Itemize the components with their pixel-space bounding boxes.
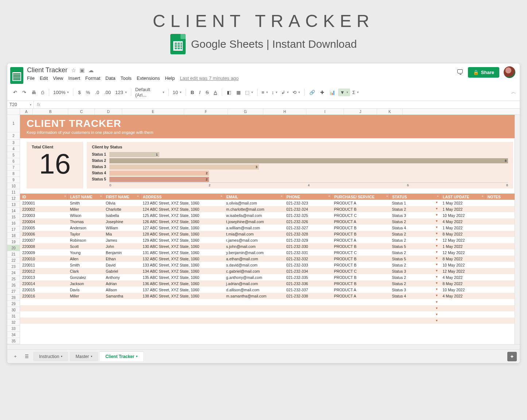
chevron-down-icon[interactable]: ▼ (435, 257, 438, 260)
cell-phone[interactable]: 021-232-338 (284, 293, 332, 299)
cell-status[interactable]: Status 2▼ (390, 206, 441, 212)
add-sheet-button[interactable]: ＋ (10, 351, 20, 362)
cell-first[interactable]: John (104, 243, 140, 249)
cell-last[interactable]: Davis (68, 287, 104, 293)
cell-update[interactable]: 12 May 2022 (441, 237, 485, 243)
bold-icon[interactable]: B (189, 89, 196, 96)
cell-last[interactable]: Wilson (68, 212, 104, 218)
cell-status[interactable]: Status 4▼ (390, 225, 441, 231)
sheet-tab[interactable]: Instruction (33, 352, 68, 361)
cell-addr[interactable]: 131 ABC Street, XYZ State, 1060 (140, 249, 224, 256)
col-header[interactable]: F (184, 109, 228, 114)
cell-first[interactable]: Adrian (104, 280, 140, 287)
share-button[interactable]: 🔒 Share (468, 67, 499, 78)
chevron-down-icon[interactable]: ▼ (435, 226, 438, 229)
row-header[interactable]: 14 (7, 208, 20, 214)
filter-icon[interactable]: ≡ (281, 195, 283, 198)
cell-prod[interactable]: PRODUCT A (332, 218, 390, 225)
cell-id[interactable]: 220009 (20, 249, 68, 256)
cell-prod[interactable]: PRODUCT A (332, 200, 390, 206)
cell-id[interactable]: 220015 (20, 287, 68, 293)
cell-email[interactable]: s.john@mail.com (224, 243, 284, 249)
client-data-table[interactable]: ID≡LAST NAME≡FIRST NAME≡ADDRESS≡EMAIL≡PH… (20, 194, 520, 324)
row-header[interactable]: 4 (7, 146, 20, 152)
cell-id[interactable]: 220007 (20, 237, 68, 243)
col-header[interactable]: J (344, 109, 377, 114)
cell-prod[interactable]: PRODUCT B (332, 256, 390, 262)
cloud-status-icon[interactable]: ☁ (88, 67, 94, 74)
col-header[interactable]: C (68, 109, 95, 114)
cell-id[interactable]: 220012 (20, 268, 68, 274)
menu-edit[interactable]: Edit (40, 75, 48, 81)
row-header[interactable]: 17 (7, 226, 20, 233)
cell-last[interactable]: Anderson (68, 225, 104, 231)
wrap-icon[interactable]: ↲ (280, 89, 290, 96)
row-header[interactable]: 16 (7, 220, 20, 226)
chevron-down-icon[interactable]: ▼ (435, 281, 438, 285)
row-header[interactable]: 2 (7, 132, 20, 140)
chevron-down-icon[interactable]: ▼ (435, 250, 438, 254)
currency-icon[interactable]: $ (76, 89, 83, 96)
table-header[interactable]: LAST UPDATE≡ (441, 194, 485, 200)
col-header[interactable]: E (122, 109, 184, 114)
row-header[interactable]: 30 (7, 307, 20, 313)
table-header[interactable]: ID≡ (20, 194, 68, 200)
table-header[interactable]: STATUS≡ (390, 194, 441, 200)
cell-prod[interactable]: PRODUCT C (332, 268, 390, 274)
table-row-empty[interactable]: ▼ (20, 311, 520, 318)
cell-status[interactable]: Status 2▼ (390, 231, 441, 237)
filter-icon[interactable]: ≡ (137, 195, 139, 198)
table-row-empty[interactable]: ▼ (20, 318, 520, 324)
cell-first[interactable]: Allison (104, 287, 140, 293)
table-header[interactable]: ADDRESS≡ (140, 194, 224, 200)
menu-file[interactable]: File (27, 75, 35, 81)
cell-first[interactable]: Samantha (104, 293, 140, 299)
h-align-icon[interactable]: ≡ (260, 89, 270, 96)
table-header[interactable]: PHONE≡ (284, 194, 332, 200)
table-row[interactable]: 220008ScottJohn130 ABC Street, XYZ State… (20, 243, 520, 249)
cell-prod[interactable]: PRODUCT C (332, 212, 390, 218)
table-row[interactable]: 220016MillerSamantha138 ABC Street, XYZ … (20, 293, 520, 299)
row-header[interactable]: 33 (7, 326, 20, 332)
cell-phone[interactable]: 021-232-332 (284, 256, 332, 262)
filter-icon[interactable]: ≡ (437, 195, 439, 198)
table-row[interactable]: 220003WilsonIsabella125 ABC Street, XYZ … (20, 212, 520, 218)
cell-update[interactable]: 1 May 2022 (441, 200, 485, 206)
cell-update[interactable]: 8 May 2022 (441, 280, 485, 287)
cell-last[interactable]: Allen (68, 256, 104, 262)
cell-status[interactable]: Status 2▼ (390, 280, 441, 287)
table-row[interactable]: 220009YoungBenjamin131 ABC Street, XYZ S… (20, 249, 520, 256)
row-header[interactable]: 23 (7, 264, 20, 270)
row-header[interactable]: 25 (7, 276, 20, 282)
cell-update[interactable]: 8 May 2022 (441, 256, 485, 262)
explore-button[interactable]: ✦ (507, 352, 517, 361)
chevron-down-icon[interactable]: ▼ (435, 288, 438, 291)
cell-phone[interactable]: 021-232-323 (284, 200, 332, 206)
cell-update[interactable]: 4 May 2022 (441, 274, 485, 280)
formula-bar[interactable]: fx (34, 101, 43, 108)
chevron-down-icon[interactable]: ▼ (435, 319, 438, 322)
menu-help[interactable]: Help (165, 75, 175, 81)
cell-update[interactable]: 1 May 2022 (441, 243, 485, 249)
row-header[interactable]: 28 (7, 295, 20, 301)
row-header[interactable]: 22 (7, 257, 20, 264)
cell-last[interactable]: Miller (68, 206, 104, 212)
chevron-down-icon[interactable]: ▼ (435, 238, 438, 241)
cell-status[interactable]: Status 3▼ (390, 212, 441, 218)
cell-status[interactable]: Status 5▼ (390, 243, 441, 249)
cell-addr[interactable]: 130 ABC Street, XYZ State, 1060 (140, 243, 224, 249)
cell-last[interactable]: Jackson (68, 280, 104, 287)
star-icon[interactable]: ☆ (71, 67, 76, 74)
cell-first[interactable]: James (104, 237, 140, 243)
table-row[interactable]: 220002MillerCharlotte124 ABC Street, XYZ… (20, 206, 520, 212)
vertical-scrollbar[interactable] (515, 115, 520, 344)
cell-update[interactable]: 1 May 2022 (441, 225, 485, 231)
paint-format-icon[interactable]: ⎙ (39, 89, 46, 96)
horizontal-scrollbar[interactable] (7, 344, 520, 349)
row-header[interactable]: 13 (7, 202, 20, 208)
row-header[interactable]: 7 (7, 164, 20, 171)
table-header[interactable]: EMAIL≡ (224, 194, 284, 200)
sheet-tab[interactable]: Client Tracker (100, 352, 143, 361)
cell-last[interactable]: Clark (68, 268, 104, 274)
cell-addr[interactable]: 125 ABC Street, XYZ State, 1060 (140, 212, 224, 218)
